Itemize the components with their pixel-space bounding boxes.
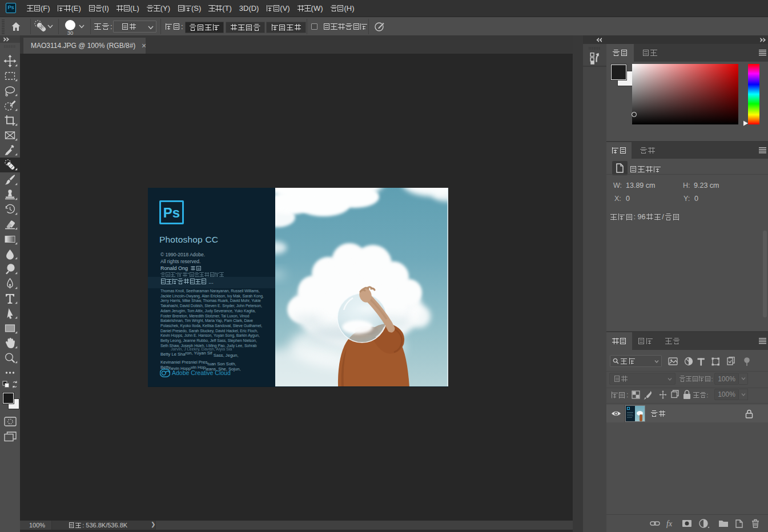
svg-text:fx: fx (666, 519, 673, 528)
